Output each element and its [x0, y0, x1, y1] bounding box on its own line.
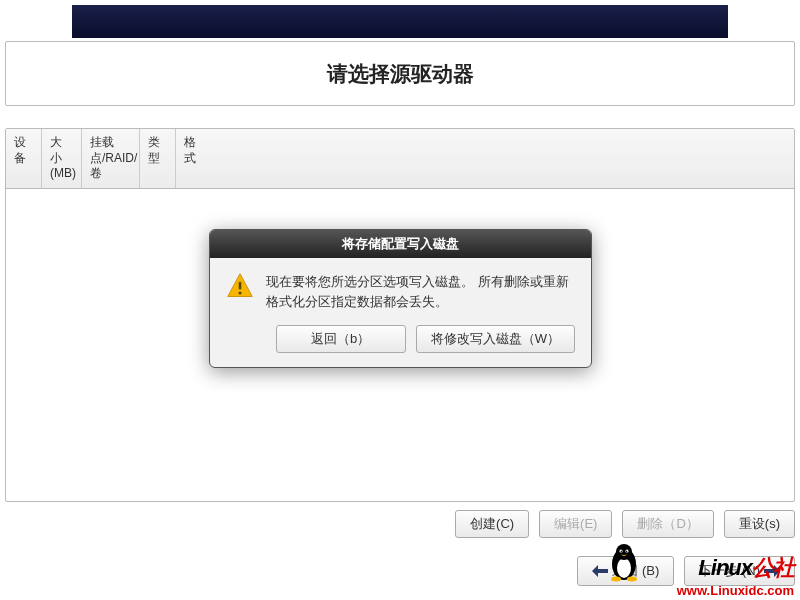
dialog-title: 将存储配置写入磁盘 [210, 230, 591, 258]
svg-rect-0 [239, 282, 242, 290]
dialog-message: 现在要将您所选分区选项写入磁盘。 所有删除或重新格式化分区指定数据都会丢失。 [266, 272, 575, 311]
warning-icon [226, 272, 254, 311]
svg-point-1 [238, 291, 241, 294]
modal-overlay: 将存储配置写入磁盘 现在要将您所选分区选项写入磁盘。 所有删除或重新格式化分区指… [0, 0, 800, 600]
dialog-write-button[interactable]: 将修改写入磁盘（W） [416, 325, 575, 353]
dialog-back-button[interactable]: 返回（b） [276, 325, 406, 353]
dialog-button-row: 返回（b） 将修改写入磁盘（W） [210, 319, 591, 367]
dialog-body: 现在要将您所选分区选项写入磁盘。 所有删除或重新格式化分区指定数据都会丢失。 [210, 258, 591, 319]
write-to-disk-dialog: 将存储配置写入磁盘 现在要将您所选分区选项写入磁盘。 所有删除或重新格式化分区指… [209, 229, 592, 368]
